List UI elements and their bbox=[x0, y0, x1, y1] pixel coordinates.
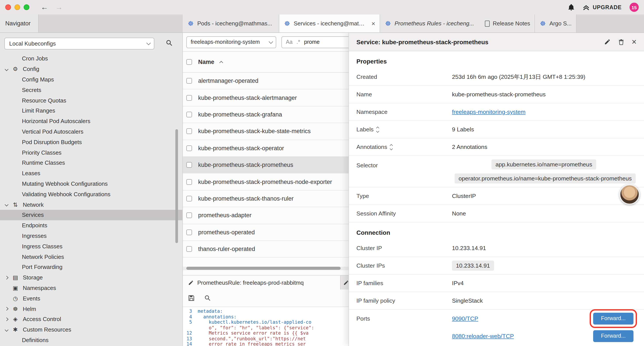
sidebar-item[interactable]: Ingress Classes bbox=[0, 241, 182, 252]
delete-trash-icon[interactable] bbox=[618, 38, 624, 45]
edit-pencil-icon[interactable] bbox=[604, 38, 611, 45]
sidebar-item[interactable]: Validating Webhook Configurations bbox=[0, 189, 182, 200]
line-number bbox=[183, 325, 198, 330]
line-number: 14 bbox=[183, 341, 198, 346]
user-avatar[interactable] bbox=[620, 184, 640, 205]
close-window-button[interactable] bbox=[5, 4, 11, 10]
sidebar-item[interactable]: Services bbox=[0, 210, 182, 220]
sidebar-item[interactable]: Helm bbox=[0, 304, 182, 314]
back-button[interactable] bbox=[41, 3, 48, 11]
close-icon[interactable] bbox=[371, 20, 375, 27]
save-icon[interactable] bbox=[188, 295, 195, 301]
regex-icon[interactable]: .* bbox=[296, 39, 300, 45]
editor-tab[interactable]: Argo S... bbox=[535, 14, 576, 32]
dock-tab-next[interactable] bbox=[341, 276, 348, 290]
search-icon[interactable] bbox=[166, 39, 173, 46]
editor-tab[interactable]: Release Notes bbox=[480, 14, 535, 32]
search-icon[interactable] bbox=[204, 295, 211, 301]
drawer-title: Service: kube-prometheus-stack-prometheu… bbox=[356, 38, 488, 45]
sidebar-item[interactable]: Port Forwarding bbox=[0, 262, 182, 272]
labels-count[interactable]: 9 Labels bbox=[452, 126, 474, 133]
row-checkbox[interactable] bbox=[186, 95, 192, 100]
property-value: None bbox=[452, 210, 466, 217]
name-column-header[interactable]: Name bbox=[198, 59, 214, 65]
horizontal-scrollbar[interactable] bbox=[183, 267, 348, 270]
sidebar-item[interactable]: Access Control bbox=[0, 314, 182, 325]
forward-button[interactable]: Forward... bbox=[593, 330, 634, 342]
sidebar-item[interactable]: Limit Ranges bbox=[0, 106, 182, 116]
sidebar-item[interactable]: Resource Quotas bbox=[0, 95, 182, 106]
forward-button[interactable]: Forward... bbox=[593, 313, 634, 324]
row-checkbox[interactable] bbox=[186, 145, 192, 151]
row-checkbox[interactable] bbox=[186, 129, 192, 134]
sidebar-item[interactable]: Cron Jobs bbox=[0, 53, 182, 64]
dock-tab-active[interactable]: PrometheusRule: freeleaps-prod-rabbitmq bbox=[183, 276, 341, 290]
drawer-row-cluster-ips: Cluster IPs 10.233.14.91 bbox=[349, 257, 644, 275]
sidebar-item[interactable]: Storage bbox=[0, 272, 182, 283]
sidebar-item[interactable]: Definitions bbox=[0, 335, 182, 345]
tree-chevron-icon bbox=[5, 276, 8, 280]
sidebar-item-label: Runtime Classes bbox=[22, 160, 65, 166]
service-name: kube-prometheus-stack-grafana bbox=[198, 111, 282, 118]
namespace-filter-select[interactable]: freeleaps-monitoring-system bbox=[186, 36, 276, 48]
tab-label: Argo S... bbox=[550, 20, 572, 27]
sidebar-item[interactable]: Vertical Pod Autoscalers bbox=[0, 126, 182, 137]
sidebar-item[interactable]: Events bbox=[0, 293, 182, 304]
row-checkbox[interactable] bbox=[186, 196, 192, 201]
sidebar-scrollbar[interactable] bbox=[175, 129, 178, 243]
select-all-checkbox[interactable] bbox=[186, 59, 192, 65]
editor-tab[interactable]: Prometheus Rules - icecheng... bbox=[380, 14, 480, 32]
tree-item-icon bbox=[12, 66, 19, 72]
search-input[interactable]: Aa .* prome bbox=[282, 36, 357, 48]
sidebar-item[interactable]: Horizontal Pod Autoscalers bbox=[0, 116, 182, 127]
sidebar-item[interactable]: Pod Disruption Budgets bbox=[0, 137, 182, 147]
row-checkbox[interactable] bbox=[186, 78, 192, 84]
expand-collapse-icon[interactable] bbox=[390, 144, 392, 150]
row-checkbox[interactable] bbox=[186, 229, 192, 235]
sidebar-item[interactable]: Leases bbox=[0, 168, 182, 179]
row-checkbox[interactable] bbox=[186, 246, 192, 252]
sidebar-item[interactable]: Custom Resources bbox=[0, 324, 182, 335]
upgrade-button[interactable]: UPGRADE bbox=[582, 4, 622, 10]
maximize-window-button[interactable] bbox=[24, 4, 29, 10]
sidebar-item[interactable]: Namespaces bbox=[0, 283, 182, 293]
minimize-window-button[interactable] bbox=[14, 4, 20, 10]
editor-tab[interactable]: Pods - icecheng@mathmas... bbox=[183, 14, 279, 32]
line-content: second.","runbook_url":"https://net bbox=[198, 336, 306, 341]
property-value: ClusterIP bbox=[452, 193, 476, 199]
close-icon[interactable] bbox=[632, 38, 636, 46]
annotations-count[interactable]: 2 Annotations bbox=[452, 144, 487, 150]
match-case-icon[interactable]: Aa bbox=[286, 39, 293, 45]
sidebar-item[interactable]: Runtime Classes bbox=[0, 158, 182, 168]
port-link[interactable]: 8080:reloader-web/TCP bbox=[452, 333, 514, 339]
sidebar-item[interactable]: Ingresses bbox=[0, 231, 182, 241]
notification-count-badge[interactable]: 15 bbox=[630, 3, 639, 12]
sidebar-item-label: Storage bbox=[23, 274, 43, 281]
property-label: Namespace bbox=[356, 109, 452, 115]
row-checkbox[interactable] bbox=[186, 162, 192, 168]
sidebar-item[interactable]: Priority Classes bbox=[0, 147, 182, 158]
sidebar-item[interactable]: Network bbox=[0, 199, 182, 210]
sidebar-item[interactable]: Network Policies bbox=[0, 251, 182, 262]
row-checkbox[interactable] bbox=[186, 213, 192, 218]
sort-ascending-icon[interactable] bbox=[219, 61, 223, 64]
sidebar-item[interactable]: Config bbox=[0, 64, 182, 74]
namespace-link[interactable]: freeleaps-monitoring-system bbox=[452, 109, 526, 115]
row-checkbox[interactable] bbox=[186, 112, 192, 117]
notifications-bell-icon[interactable] bbox=[568, 4, 575, 11]
scrollbar-thumb[interactable] bbox=[186, 267, 341, 270]
editor-tab[interactable]: Services - icecheng@math... bbox=[279, 14, 380, 32]
service-name: kube-prometheus-stack-prometheus bbox=[198, 162, 293, 168]
kubeconfig-selector[interactable]: Local Kubeconfigs bbox=[4, 38, 154, 49]
sidebar-item-label: Ingress Classes bbox=[22, 243, 62, 249]
tree-item-icon bbox=[12, 274, 19, 281]
port-link[interactable]: 9090/TCP bbox=[452, 315, 478, 322]
expand-collapse-icon[interactable] bbox=[376, 127, 379, 132]
sidebar-item[interactable]: Endpoints bbox=[0, 220, 182, 231]
navigator-panel-tab[interactable]: Navigator bbox=[0, 14, 38, 32]
service-details-drawer: Service: kube-prometheus-stack-prometheu… bbox=[348, 33, 644, 346]
sidebar-item[interactable]: Mutating Webhook Configurations bbox=[0, 178, 182, 189]
row-checkbox[interactable] bbox=[186, 179, 192, 185]
sidebar-item[interactable]: Config Maps bbox=[0, 74, 182, 85]
sidebar-item[interactable]: Secrets bbox=[0, 85, 182, 95]
